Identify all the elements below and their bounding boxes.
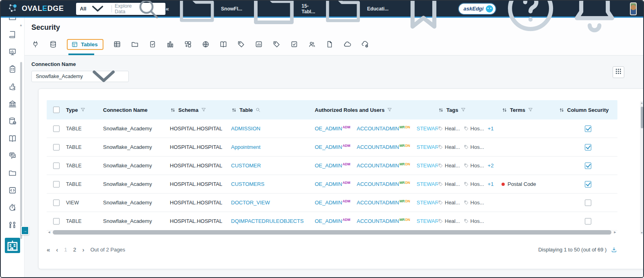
tab-columns[interactable] [113,40,121,48]
authorized-user-link[interactable]: STEWARD... [417,200,438,206]
authorized-user-link[interactable]: OE_ADMINADM [315,218,350,224]
table-link[interactable]: CUSTOMER [231,163,261,169]
sidebar-scroll-up-icon[interactable]: ▲ [19,23,23,27]
sort-icon[interactable] [559,107,565,113]
row-checkbox[interactable] [53,200,60,206]
tab-files[interactable] [131,40,139,48]
column-security-checkbox[interactable] [585,144,591,150]
search-scope-dropdown[interactable]: All [80,0,108,19]
authorized-user-link[interactable]: STEWARD... [417,181,438,187]
nav-glossary[interactable] [8,134,17,143]
authorized-user-link[interactable]: ACCOUNTADMINMRDN [357,162,410,169]
sort-icon[interactable] [438,107,444,113]
row-checkbox[interactable] [53,218,60,224]
column-security-checkbox[interactable] [585,200,591,206]
bookmark-icon[interactable] [394,0,452,38]
authorized-user-link[interactable]: OE_ADMINADM [315,181,350,187]
nav-literature[interactable] [8,30,17,39]
ovaledge-logo[interactable]: OVALEDGE [7,2,64,15]
tab-labels[interactable] [272,40,281,48]
tags-more-link[interactable]: +1 [488,126,494,132]
authorized-user-link[interactable]: ACCOUNTADMINMRDN [357,181,410,187]
nav-certification[interactable] [8,82,17,91]
tab-connectors[interactable] [31,40,39,48]
tag-chip[interactable]: Heal... [438,218,460,224]
sidebar-scrollbar[interactable] [20,62,22,239]
authorized-user-link[interactable]: ACCOUNTADMINMRDN [357,144,410,150]
tab-objects[interactable] [184,40,192,48]
breadcrumb-item-2[interactable]: 15-Tabl... [248,0,315,34]
askedgi-button[interactable]: askEdgi [459,4,496,14]
tag-chip[interactable]: Heal... [438,126,460,132]
prev-page-button[interactable]: ‹ [56,246,58,253]
row-checkbox[interactable] [53,163,60,169]
sort-icon[interactable] [502,107,508,113]
nav-data-quality[interactable] [8,117,17,126]
tab-charts[interactable] [166,40,174,48]
sort-icon[interactable] [231,107,237,113]
authorized-user-link[interactable]: STEWARD... [417,144,438,150]
select-all-checkbox[interactable] [53,107,60,113]
breadcrumb-item-1[interactable]: SnowFl... [175,0,242,31]
tab-tables[interactable]: Tables [67,39,103,50]
column-security-checkbox[interactable] [585,181,591,187]
authorized-user-link[interactable]: ACCOUNTADMINMRDN [357,218,410,224]
horizontal-scroll-thumb[interactable] [53,230,611,235]
column-security-checkbox[interactable] [585,218,591,224]
table-link[interactable]: Appointment [231,144,260,150]
nav-collaboration[interactable] [8,151,17,160]
filter-icon[interactable] [387,107,392,113]
tab-databases[interactable] [49,40,57,48]
page-button-1[interactable]: 1 [64,247,67,253]
authorized-user-link[interactable]: ACCOUNTADMINMRDN [357,125,410,132]
filter-icon[interactable] [528,107,533,113]
tag-chip[interactable]: Hos... [464,126,484,132]
column-security-checkbox[interactable] [585,163,591,169]
tab-users[interactable] [308,40,316,48]
tag-chip[interactable]: Heal... [438,181,460,187]
table-vertical-scrollbar[interactable]: ▲ ▼ [640,101,644,235]
tab-apis[interactable] [202,40,210,48]
table-link[interactable]: ADMISSION [231,126,260,132]
tag-chip[interactable]: Hos... [464,181,484,187]
search-icon[interactable] [135,0,161,22]
tag-chip[interactable]: Heal... [438,163,460,169]
row-checkbox[interactable] [53,144,60,150]
breadcrumb-item-3[interactable]: Educati... [321,0,388,31]
column-settings-button[interactable] [613,66,624,78]
sidebar-expander-button[interactable]: → [21,226,29,235]
authorized-user-link[interactable]: OE_ADMINADM [315,125,350,132]
row-checkbox[interactable] [53,181,60,187]
search-input[interactable]: Explore Data [115,3,132,14]
row-checkbox[interactable] [53,126,60,132]
tag-chip[interactable]: Hos... [464,163,484,169]
sort-icon[interactable] [170,107,176,113]
tab-services[interactable] [361,40,369,48]
tab-cloud[interactable] [343,40,351,48]
authorized-user-link[interactable]: STEWARD... [417,163,438,169]
help-icon[interactable] [502,0,559,38]
vertical-scroll-thumb[interactable] [641,107,643,128]
nav-scheduler[interactable] [8,203,17,212]
search-icon[interactable] [255,107,261,113]
nav-reports[interactable] [8,47,17,56]
nav-governance[interactable] [8,99,17,108]
filter-icon[interactable] [80,107,86,113]
tag-chip[interactable]: Heal... [438,200,460,206]
authorized-user-link[interactable]: STEWARD... [417,218,438,224]
filter-icon[interactable] [460,107,466,113]
download-icon[interactable] [611,246,617,253]
filter-icon[interactable] [201,107,206,113]
tag-chip[interactable]: Hos... [464,144,484,150]
first-page-button[interactable]: « [47,246,50,253]
tag-chip[interactable]: Hos... [464,200,484,206]
table-link[interactable]: CUSTOMERS [231,181,264,187]
tab-glossary[interactable] [219,40,227,48]
connection-name-select[interactable]: Snowflake_Academy [31,71,129,82]
nav-files[interactable] [8,169,17,177]
scroll-left-icon[interactable]: ◄ [47,230,52,234]
scroll-up-icon[interactable]: ▲ [640,101,643,104]
nav-security[interactable] [5,238,20,253]
scroll-down-icon[interactable]: ▼ [640,231,643,234]
authorized-user-link[interactable]: OE_ADMINADM [315,144,350,150]
